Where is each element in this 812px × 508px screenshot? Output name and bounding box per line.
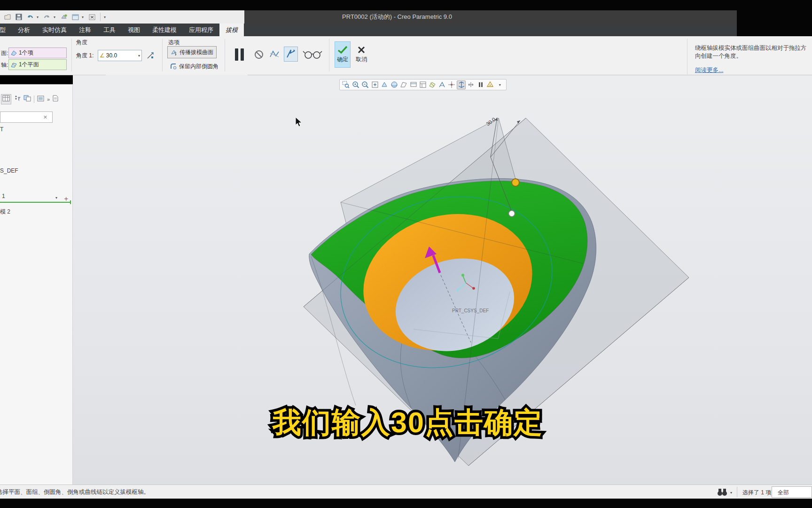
perspective-icon[interactable]	[399, 80, 408, 89]
tree-item-csys[interactable]: S_DEF	[0, 167, 18, 174]
windows-icon[interactable]	[70, 12, 80, 22]
tree-item-extrude[interactable]: 1	[2, 193, 5, 199]
tab-annotate[interactable]: 注释	[73, 24, 97, 36]
zoom-in-icon[interactable]	[351, 80, 360, 89]
tab-view[interactable]: 视图	[122, 24, 146, 36]
status-message: 选择平面、面组、倒圆角、倒角或曲线链以定义拔模枢轴。	[0, 488, 149, 496]
tab-analysis[interactable]: 分析	[12, 24, 36, 36]
regenerate-icon[interactable]	[59, 12, 69, 22]
axis-collector-label: 轴:	[1, 61, 8, 69]
save-icon[interactable]	[14, 12, 23, 22]
zoom-out-icon[interactable]	[361, 80, 370, 89]
ribbon-tab-bar: 模型 分析 实时仿真 注释 工具 视图 柔性建模 应用程序 拔模	[0, 24, 737, 36]
no-preview-icon[interactable]	[254, 49, 264, 62]
options-group-title: 选项	[168, 39, 180, 47]
view-manager-icon[interactable]	[418, 80, 427, 89]
verify-glasses-icon[interactable]	[303, 48, 323, 63]
propagate-draft-surfaces-button[interactable]: 传播拔模曲面	[167, 46, 217, 58]
flip-angle-icon-button[interactable]	[145, 50, 156, 61]
open-icon[interactable]	[3, 12, 12, 22]
find-caret-icon[interactable]: ▾	[730, 491, 732, 495]
angle-value: 30.0	[106, 52, 137, 59]
display-style-icon[interactable]	[390, 80, 398, 89]
axis-collector-field[interactable]: 1个平面	[8, 59, 67, 70]
surfaces-collector-value: 1个项	[19, 49, 33, 57]
qat-overflow-caret-icon[interactable]: ▾	[104, 15, 108, 19]
graphics-area[interactable]: PRT_CSYS_DEF 30.0	[73, 75, 812, 484]
tree-toolbar-separator	[34, 95, 34, 103]
surfaces-collector-field[interactable]: 1个项	[8, 48, 67, 58]
qat-separator	[100, 13, 101, 21]
propagate-icon	[171, 49, 177, 56]
undo-caret-icon[interactable]: ▾	[37, 15, 40, 19]
redo-icon[interactable]	[42, 12, 52, 22]
x-icon	[357, 46, 366, 54]
document-icon[interactable]	[53, 95, 58, 103]
close-window-icon[interactable]	[87, 12, 97, 22]
repaint-icon[interactable]	[380, 80, 389, 89]
pause-icon[interactable]	[233, 47, 246, 64]
overflow-chevrons-icon[interactable]: »	[47, 96, 50, 102]
angle-drag-handle[interactable]	[512, 179, 519, 186]
tab-live-simulation[interactable]: 实时仿真	[36, 24, 73, 36]
tree-search-input[interactable]: ✕	[0, 111, 53, 123]
axis-collector-value: 1个平面	[19, 61, 39, 69]
tab-tools[interactable]: 工具	[97, 24, 122, 36]
mouse-cursor	[295, 117, 303, 128]
windows-caret-icon[interactable]: ▾	[82, 15, 86, 19]
tab-applications[interactable]: 应用程序	[183, 24, 219, 36]
tab-draft-active[interactable]: 拔模	[219, 24, 244, 36]
filter-icon[interactable]	[14, 95, 21, 103]
copy-settings-icon[interactable]	[23, 95, 31, 103]
group-separator	[329, 39, 329, 71]
unattached-preview-icon[interactable]	[269, 49, 280, 62]
list-view-icon[interactable]	[37, 95, 44, 103]
check-icon	[337, 46, 348, 54]
plane-icon	[11, 62, 17, 68]
find-binoculars-icon[interactable]	[716, 487, 728, 499]
3d-dragger-icon[interactable]	[457, 80, 466, 89]
keep-internal-rounds-button[interactable]: 保留内部倒圆角	[167, 60, 221, 72]
subtitle-text: 我们输入30点击确定	[273, 406, 543, 438]
csys-label: PRT_CSYS_DEF	[452, 308, 489, 313]
view-options-caret-icon[interactable]: ▾	[495, 80, 504, 89]
insert-indicator[interactable]	[0, 202, 71, 203]
letterbox-top	[0, 0, 812, 10]
pause-display-icon[interactable]	[476, 80, 485, 89]
selection-filter-combo[interactable]: 全部	[772, 486, 812, 498]
collision-detect-icon[interactable]	[486, 80, 495, 89]
redo-caret-icon[interactable]: ▾	[54, 15, 57, 19]
annotation-display-icon[interactable]	[437, 80, 446, 89]
model-tree-panel: » ✕ ▾ ＋ T S_DEF 1 模 2	[0, 84, 73, 484]
group-separator	[162, 39, 163, 71]
propagate-label: 传播拔模曲面	[180, 48, 213, 56]
search-caret-icon[interactable]: ▾	[55, 196, 57, 200]
tree-item-part[interactable]: T	[0, 126, 3, 133]
tree-item-draft[interactable]: 模 2	[0, 208, 10, 216]
undo-icon[interactable]	[25, 12, 35, 22]
clear-search-icon[interactable]: ✕	[43, 114, 47, 120]
cancel-button[interactable]: 取消	[352, 41, 370, 68]
drag-components-icon[interactable]	[467, 80, 476, 89]
angle-combo-caret-icon[interactable]: ▾	[138, 54, 140, 58]
read-more-link[interactable]: 阅读更多...	[695, 66, 723, 74]
ok-button[interactable]: 确定	[335, 41, 351, 68]
group-separator	[225, 39, 225, 71]
spin-center-icon[interactable]	[447, 80, 456, 89]
app-window: ▾ ▾ ▾ ▾ PRT0002 (活动的) - Creo Parametric …	[0, 0, 812, 508]
datum-display-icon[interactable]	[428, 80, 437, 89]
tab-model[interactable]: 模型	[0, 24, 12, 36]
angle-value-combo[interactable]: ∠ 30.0 ▾	[98, 50, 142, 61]
help-info-panel: 绕枢轴拔模实体或面组曲面以相对于拖拉方 向创建一个角度。 阅读更多...	[687, 39, 812, 74]
refit-icon[interactable]	[370, 80, 379, 89]
angle1-label: 角度 1:	[76, 52, 94, 60]
attached-preview-icon[interactable]	[284, 47, 298, 62]
letterbox-bottom	[0, 499, 812, 508]
selection-status: 选择了 1 项	[742, 489, 771, 497]
tab-flexible-modeling[interactable]: 柔性建模	[146, 24, 183, 36]
tree-columns-icon[interactable]	[1, 94, 11, 104]
saved-orientations-icon[interactable]	[409, 80, 418, 89]
reference-drag-handle[interactable]	[509, 211, 515, 217]
video-subtitle: 我们输入30点击确定 我们输入30点击确定	[273, 404, 543, 442]
zoom-box-icon[interactable]	[342, 80, 351, 89]
